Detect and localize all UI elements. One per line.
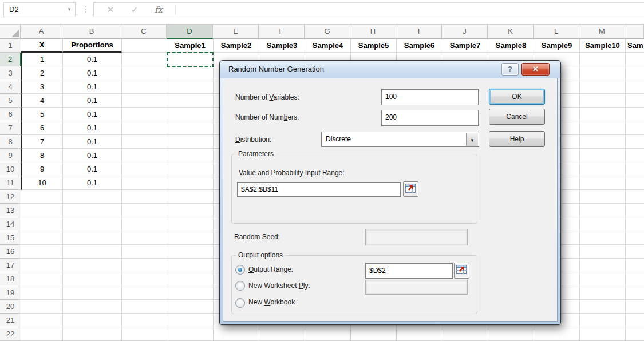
cell-N11[interactable] [626, 176, 644, 190]
cell-D14[interactable] [167, 217, 214, 231]
cell-A1[interactable]: X [21, 39, 63, 53]
cell-F1[interactable]: Sample3 [259, 39, 305, 53]
input-range-picker-button[interactable] [403, 181, 418, 197]
col-header-B[interactable]: B [62, 25, 121, 39]
cell-F22[interactable] [259, 327, 305, 341]
cell-B21[interactable] [63, 314, 122, 327]
cell-M1[interactable]: Sample10 [580, 39, 626, 53]
cell-N3[interactable] [626, 66, 644, 80]
cell-A20[interactable] [21, 300, 63, 314]
output-range-input[interactable]: $D$2 [365, 263, 453, 279]
cell-A13[interactable] [21, 204, 63, 217]
row-header-15[interactable]: 15 [0, 231, 21, 245]
cell-N7[interactable] [626, 121, 644, 135]
cell-C13[interactable] [122, 204, 167, 217]
cell-B6[interactable]: 0.1 [63, 108, 122, 121]
enter-entry-icon[interactable]: ✓ [125, 3, 144, 17]
new-workbook-radio[interactable] [235, 298, 245, 308]
row-header-19[interactable]: 19 [0, 286, 21, 300]
cell-G22[interactable] [305, 327, 351, 341]
col-header-J[interactable]: J [442, 25, 488, 39]
cell-A14[interactable] [21, 217, 63, 231]
cell-M22[interactable] [580, 327, 626, 341]
cell-D12[interactable] [167, 190, 214, 204]
cell-A5[interactable]: 4 [21, 94, 63, 108]
cell-N10[interactable] [626, 162, 644, 176]
cell-C12[interactable] [122, 190, 167, 204]
output-range-picker-button[interactable] [454, 263, 469, 279]
row-header-16[interactable]: 16 [0, 245, 21, 259]
cell-D15[interactable] [167, 231, 214, 245]
cell-M13[interactable] [580, 204, 626, 217]
cell-B14[interactable] [63, 217, 122, 231]
col-header-H[interactable]: H [350, 25, 396, 39]
row-header-2[interactable]: 2 [0, 53, 21, 66]
row-header-13[interactable]: 13 [0, 204, 21, 217]
cell-E1[interactable]: Sample2 [214, 39, 259, 53]
cell-J1[interactable]: Sample7 [442, 39, 488, 53]
cell-A3[interactable]: 2 [21, 66, 63, 80]
cell-M8[interactable] [580, 135, 626, 149]
cell-A11[interactable]: 10 [21, 176, 63, 190]
row-header-20[interactable]: 20 [0, 300, 21, 314]
cell-B8[interactable]: 0.1 [63, 135, 122, 149]
cancel-button[interactable]: Cancel [489, 109, 545, 125]
cell-M20[interactable] [580, 300, 626, 314]
fill-handle[interactable] [211, 65, 214, 68]
cell-N5[interactable] [626, 94, 644, 108]
col-header-K[interactable]: K [488, 25, 534, 39]
cell-N8[interactable] [626, 135, 644, 149]
cell-D11[interactable] [167, 176, 214, 190]
cell-B2[interactable]: 0.1 [63, 53, 122, 66]
cell-J22[interactable] [442, 327, 488, 341]
cell-M14[interactable] [580, 217, 626, 231]
output-range-radio[interactable] [235, 265, 245, 275]
col-header-F[interactable]: F [259, 25, 305, 39]
ok-button[interactable]: OK [489, 89, 545, 105]
formula-bar[interactable]: ✕ ✓ fx [93, 2, 644, 17]
cell-M11[interactable] [580, 176, 626, 190]
col-header-C[interactable]: C [121, 25, 167, 39]
cell-B19[interactable] [63, 286, 122, 300]
cell-I1[interactable]: Sample6 [397, 39, 442, 53]
cell-C3[interactable] [122, 66, 167, 80]
cell-M4[interactable] [580, 80, 626, 94]
cell-B15[interactable] [63, 231, 122, 245]
cell-M15[interactable] [580, 231, 626, 245]
cell-M6[interactable] [580, 108, 626, 121]
row-header-11[interactable]: 11 [0, 176, 21, 190]
cell-C7[interactable] [122, 121, 167, 135]
cancel-entry-icon[interactable]: ✕ [101, 3, 120, 17]
row-header-10[interactable]: 10 [0, 162, 21, 176]
col-header-L[interactable]: L [534, 25, 579, 39]
cell-H22[interactable] [351, 327, 397, 341]
cell-A6[interactable]: 5 [21, 108, 63, 121]
cell-C21[interactable] [122, 314, 167, 327]
cell-D17[interactable] [167, 259, 214, 272]
cell-D6[interactable] [167, 108, 214, 121]
cell-C19[interactable] [122, 286, 167, 300]
col-header-M[interactable]: M [579, 25, 625, 39]
cell-B17[interactable] [63, 259, 122, 272]
cell-C16[interactable] [122, 245, 167, 259]
cell-M10[interactable] [580, 162, 626, 176]
cell-N4[interactable] [626, 80, 644, 94]
cell-C22[interactable] [122, 327, 167, 341]
dropdown-arrow-icon[interactable]: ▼ [466, 133, 478, 146]
cell-C10[interactable] [122, 162, 167, 176]
new-worksheet-ply-input[interactable] [365, 280, 468, 295]
cell-N19[interactable] [626, 286, 644, 300]
cell-N20[interactable] [626, 300, 644, 314]
cell-D3[interactable] [167, 66, 214, 80]
cell-K22[interactable] [488, 327, 534, 341]
cell-C20[interactable] [122, 300, 167, 314]
formula-bar-handle-icon[interactable]: ⋮ [82, 5, 90, 14]
row-header-5[interactable]: 5 [0, 94, 21, 108]
cell-C14[interactable] [122, 217, 167, 231]
cell-B10[interactable]: 0.1 [63, 162, 122, 176]
cell-C5[interactable] [122, 94, 167, 108]
cell-A4[interactable]: 3 [21, 80, 63, 94]
cell-I22[interactable] [397, 327, 442, 341]
cell-A17[interactable] [21, 259, 63, 272]
cell-N12[interactable] [626, 190, 644, 204]
